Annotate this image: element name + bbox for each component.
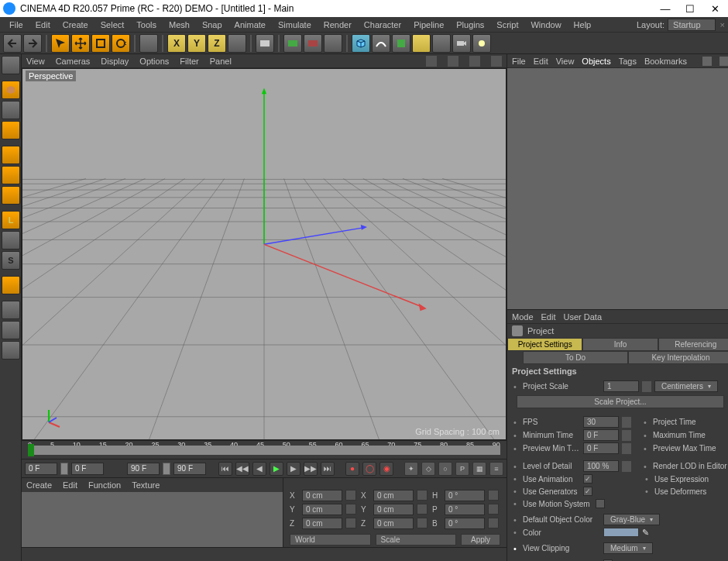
spinner-icon[interactable] — [642, 381, 651, 392]
timeline-playhead[interactable] — [28, 444, 34, 456]
use-motion-checkbox[interactable] — [596, 499, 605, 508]
close-button[interactable]: ✕ — [709, 3, 720, 14]
spinner-icon[interactable] — [622, 443, 631, 454]
record-button[interactable]: ● — [345, 462, 359, 476]
mat-menu-function[interactable]: Function — [88, 480, 121, 490]
coord-spinner[interactable] — [488, 490, 499, 501]
menu-simulate[interactable]: Simulate — [272, 19, 318, 31]
menu-tools[interactable]: Tools — [130, 19, 163, 31]
navigation-gizmo[interactable] — [41, 407, 64, 430]
coord-system-button[interactable] — [228, 34, 246, 53]
obj-menu-objects[interactable]: Objects — [582, 57, 610, 66]
layout-dropdown[interactable]: Startup — [668, 19, 715, 31]
end-frame-field[interactable]: 90 F — [173, 463, 206, 475]
color-picker-icon[interactable]: ✎ — [642, 528, 651, 537]
spinner-icon[interactable] — [622, 417, 631, 428]
move-button[interactable] — [71, 34, 90, 53]
mat-menu-edit[interactable]: Edit — [63, 480, 77, 490]
vp-menu-view[interactable]: View — [26, 57, 45, 66]
use-anim-checkbox[interactable]: ✓ — [583, 474, 592, 484]
recent-tool-button[interactable] — [139, 34, 158, 53]
x-axis-button[interactable]: X — [167, 34, 186, 53]
key-pos-button[interactable]: ✦ — [404, 462, 418, 476]
obj-menu-tags[interactable]: Tags — [619, 57, 637, 66]
live-select-button[interactable] — [51, 34, 70, 53]
coord-spinner[interactable] — [417, 504, 428, 515]
obj-search-icon[interactable] — [702, 57, 712, 66]
coord-y-pos-field[interactable]: 0 cm — [302, 504, 342, 515]
vp-menu-display[interactable]: Display — [101, 57, 129, 66]
attr-menu-mode[interactable]: Mode — [512, 312, 534, 322]
redo-button[interactable] — [23, 34, 42, 53]
preview-min-field[interactable]: 0 F — [583, 442, 619, 454]
keyframe-button[interactable]: ◉ — [379, 462, 393, 476]
coord-b-rot-field[interactable]: 0 ° — [445, 518, 485, 529]
tab-info[interactable]: Info — [582, 338, 658, 351]
key-options-button[interactable]: ≡ — [489, 462, 503, 476]
objects-tree[interactable] — [507, 68, 728, 310]
coord-spinner[interactable] — [345, 518, 356, 528]
tab-referencing[interactable]: Referencing — [658, 338, 728, 351]
tab-key-interpolation[interactable]: Key Interpolation — [628, 351, 728, 364]
interactive-workplane-button[interactable] — [2, 341, 20, 360]
layout-close-icon[interactable]: × — [720, 20, 725, 29]
coord-y-size-field[interactable]: 0 cm — [373, 504, 414, 515]
goto-end-button[interactable]: ⏭ — [321, 462, 335, 476]
menu-window[interactable]: Window — [524, 19, 567, 31]
coord-spinner[interactable] — [488, 518, 499, 528]
project-scale-unit-dropdown[interactable]: Centimeters▾ — [654, 380, 718, 392]
play-button[interactable]: ▶ — [270, 462, 283, 476]
menu-edit[interactable]: Edit — [29, 19, 57, 31]
vp-toggle-1-icon[interactable] — [426, 56, 437, 67]
undo-button[interactable] — [3, 34, 22, 53]
render-region-button[interactable] — [324, 34, 342, 53]
scale-project-button[interactable]: Scale Project... — [517, 395, 724, 408]
coord-x-pos-field[interactable]: 0 cm — [302, 490, 342, 501]
key-rot-button[interactable]: ○ — [438, 462, 452, 476]
texture-mode-button[interactable] — [2, 101, 20, 119]
prev-key-button[interactable]: ◀◀ — [235, 462, 249, 476]
next-key-button[interactable]: ▶▶ — [304, 462, 318, 476]
obj-menu-bookmarks[interactable]: Bookmarks — [644, 57, 687, 66]
key-pla-button[interactable]: ▦ — [472, 462, 486, 476]
polygons-mode-button[interactable] — [2, 186, 20, 205]
light-button[interactable] — [472, 34, 491, 53]
environment-button[interactable] — [432, 34, 451, 53]
coord-h-rot-field[interactable]: 0 ° — [445, 490, 485, 501]
menu-help[interactable]: Help — [568, 19, 598, 31]
coord-p-rot-field[interactable]: 0 ° — [445, 504, 485, 515]
project-scale-field[interactable]: 1 — [603, 380, 639, 392]
coord-spinner[interactable] — [345, 504, 356, 515]
def-obj-color-dropdown[interactable]: Gray-Blue▾ — [603, 514, 660, 525]
range-end-handle[interactable] — [163, 463, 170, 475]
autokey-button[interactable]: ◯ — [362, 462, 376, 476]
range-start-handle[interactable] — [60, 463, 68, 475]
obj-menu-edit[interactable]: Edit — [534, 57, 548, 66]
vp-toggle-2-icon[interactable] — [448, 56, 458, 67]
scale-button[interactable] — [91, 34, 110, 53]
obj-menu-view[interactable]: View — [556, 57, 575, 66]
fps-field[interactable]: 30 — [583, 416, 619, 428]
model-mode-button[interactable] — [2, 81, 20, 99]
menu-animate[interactable]: Animate — [228, 19, 272, 31]
next-frame-button[interactable]: ▶ — [287, 462, 300, 476]
attr-menu-edit[interactable]: Edit — [541, 312, 556, 322]
coord-apply-button[interactable]: Apply — [461, 534, 500, 546]
edges-mode-button[interactable] — [2, 166, 20, 184]
menu-create[interactable]: Create — [57, 19, 94, 31]
rotate-button[interactable] — [112, 34, 130, 53]
minimize-button[interactable]: — — [660, 3, 671, 14]
vp-toggle-4-icon[interactable] — [491, 56, 502, 67]
menu-script[interactable]: Script — [490, 19, 524, 31]
spinner-icon[interactable] — [622, 430, 631, 441]
coord-spinner[interactable] — [417, 518, 428, 528]
min-time-field[interactable]: 0 F — [583, 429, 619, 441]
prev-frame-button[interactable]: ◀ — [252, 462, 266, 476]
viewport-solo-button[interactable] — [2, 231, 20, 250]
tab-project-settings[interactable]: Project Settings — [507, 338, 582, 351]
obj-menu-file[interactable]: File — [512, 57, 526, 66]
color-swatch[interactable] — [603, 528, 639, 537]
snap-toggle-button[interactable]: S — [2, 251, 20, 270]
mat-menu-create[interactable]: Create — [26, 480, 52, 490]
coord-mode-dropdown[interactable]: Scale — [376, 534, 457, 546]
